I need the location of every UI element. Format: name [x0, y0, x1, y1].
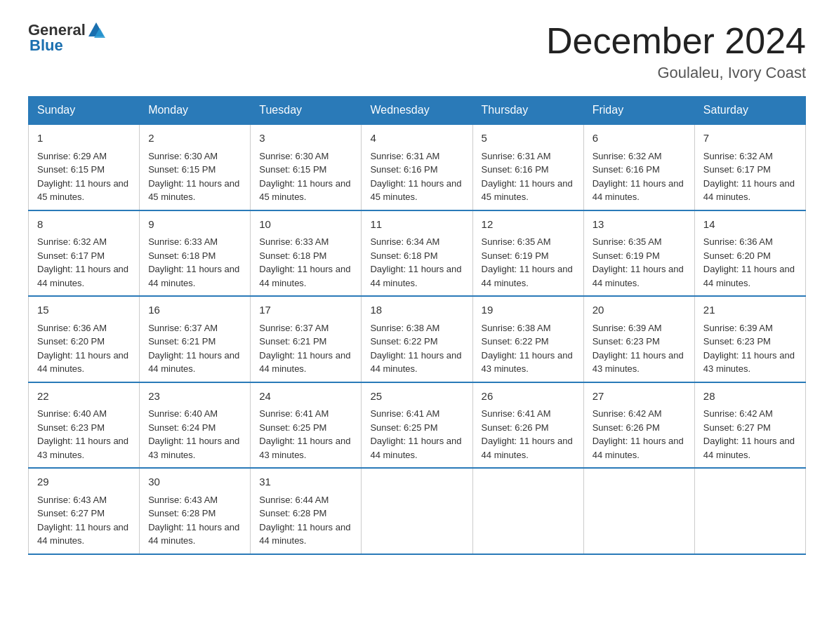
day-number: 25 — [370, 389, 463, 405]
day-info: Sunrise: 6:36 AMSunset: 6:20 PMDaylight:… — [37, 323, 128, 375]
calendar-table: SundayMondayTuesdayWednesdayThursdayFrid… — [28, 96, 806, 555]
title-section: December 2024 Goulaleu, Ivory Coast — [546, 21, 806, 82]
day-number: 12 — [482, 217, 575, 233]
calendar-day-27: 27Sunrise: 6:42 AMSunset: 6:26 PMDayligh… — [583, 382, 694, 469]
location: Goulaleu, Ivory Coast — [546, 64, 806, 82]
day-info: Sunrise: 6:42 AMSunset: 6:27 PMDaylight:… — [703, 408, 795, 460]
calendar-day-17: 17Sunrise: 6:37 AMSunset: 6:21 PMDayligh… — [251, 296, 362, 382]
day-number: 16 — [148, 302, 241, 318]
day-info: Sunrise: 6:32 AMSunset: 6:16 PMDaylight:… — [593, 151, 684, 203]
day-number: 9 — [148, 217, 241, 233]
header-friday: Friday — [583, 97, 694, 125]
day-number: 17 — [259, 302, 352, 318]
calendar-day-26: 26Sunrise: 6:41 AMSunset: 6:26 PMDayligh… — [472, 382, 583, 469]
calendar-day-18: 18Sunrise: 6:38 AMSunset: 6:22 PMDayligh… — [362, 296, 472, 382]
day-info: Sunrise: 6:32 AMSunset: 6:17 PMDaylight:… — [37, 236, 128, 288]
calendar-day-23: 23Sunrise: 6:40 AMSunset: 6:24 PMDayligh… — [140, 382, 251, 469]
day-number: 20 — [593, 302, 686, 318]
day-info: Sunrise: 6:38 AMSunset: 6:22 PMDaylight:… — [482, 323, 573, 375]
day-info: Sunrise: 6:30 AMSunset: 6:15 PMDaylight:… — [259, 151, 350, 203]
header-monday: Monday — [140, 97, 251, 125]
day-number: 7 — [703, 130, 797, 147]
calendar-day-2: 2Sunrise: 6:30 AMSunset: 6:15 PMDaylight… — [140, 124, 251, 210]
calendar-day-20: 20Sunrise: 6:39 AMSunset: 6:23 PMDayligh… — [583, 296, 694, 382]
calendar-day-5: 5Sunrise: 6:31 AMSunset: 6:16 PMDaylight… — [472, 124, 583, 210]
header-saturday: Saturday — [694, 97, 805, 125]
day-info: Sunrise: 6:35 AMSunset: 6:19 PMDaylight:… — [593, 236, 684, 288]
calendar-day-8: 8Sunrise: 6:32 AMSunset: 6:17 PMDaylight… — [29, 210, 140, 297]
month-title: December 2024 — [546, 21, 806, 61]
calendar-week-4: 22Sunrise: 6:40 AMSunset: 6:23 PMDayligh… — [29, 382, 806, 469]
calendar-day-21: 21Sunrise: 6:39 AMSunset: 6:23 PMDayligh… — [694, 296, 805, 382]
calendar-day-9: 9Sunrise: 6:33 AMSunset: 6:18 PMDaylight… — [140, 210, 251, 297]
calendar-day-13: 13Sunrise: 6:35 AMSunset: 6:19 PMDayligh… — [583, 210, 694, 297]
day-number: 22 — [37, 389, 131, 405]
day-info: Sunrise: 6:37 AMSunset: 6:21 PMDaylight:… — [148, 323, 239, 375]
logo: General Blue — [28, 21, 105, 55]
day-info: Sunrise: 6:43 AMSunset: 6:27 PMDaylight:… — [37, 495, 128, 546]
header-tuesday: Tuesday — [251, 97, 362, 125]
calendar-day-empty — [362, 468, 472, 554]
calendar-day-30: 30Sunrise: 6:43 AMSunset: 6:28 PMDayligh… — [140, 468, 251, 554]
day-info: Sunrise: 6:40 AMSunset: 6:23 PMDaylight:… — [37, 408, 128, 460]
day-info: Sunrise: 6:41 AMSunset: 6:25 PMDaylight:… — [370, 408, 461, 460]
calendar-week-5: 29Sunrise: 6:43 AMSunset: 6:27 PMDayligh… — [29, 468, 806, 554]
day-info: Sunrise: 6:33 AMSunset: 6:18 PMDaylight:… — [148, 236, 239, 288]
calendar-day-15: 15Sunrise: 6:36 AMSunset: 6:20 PMDayligh… — [29, 296, 140, 382]
day-number: 30 — [148, 474, 241, 490]
day-info: Sunrise: 6:34 AMSunset: 6:18 PMDaylight:… — [370, 236, 461, 288]
calendar-day-28: 28Sunrise: 6:42 AMSunset: 6:27 PMDayligh… — [694, 382, 805, 469]
calendar-day-19: 19Sunrise: 6:38 AMSunset: 6:22 PMDayligh… — [472, 296, 583, 382]
day-number: 5 — [482, 130, 575, 147]
calendar-day-12: 12Sunrise: 6:35 AMSunset: 6:19 PMDayligh… — [472, 210, 583, 297]
calendar-week-2: 8Sunrise: 6:32 AMSunset: 6:17 PMDaylight… — [29, 210, 806, 297]
day-info: Sunrise: 6:40 AMSunset: 6:24 PMDaylight:… — [148, 408, 239, 460]
calendar-day-empty — [694, 468, 805, 554]
day-number: 15 — [37, 302, 131, 318]
day-number: 3 — [259, 130, 352, 147]
logo-icon — [87, 21, 105, 39]
day-info: Sunrise: 6:29 AMSunset: 6:15 PMDaylight:… — [37, 151, 128, 203]
day-info: Sunrise: 6:35 AMSunset: 6:19 PMDaylight:… — [482, 236, 573, 288]
day-number: 18 — [370, 302, 463, 318]
calendar-day-10: 10Sunrise: 6:33 AMSunset: 6:18 PMDayligh… — [251, 210, 362, 297]
day-number: 24 — [259, 389, 352, 405]
day-number: 8 — [37, 217, 131, 233]
page-header: General Blue December 2024 Goulaleu, Ivo… — [28, 21, 806, 82]
day-number: 29 — [37, 474, 131, 490]
day-number: 23 — [148, 389, 241, 405]
calendar-day-3: 3Sunrise: 6:30 AMSunset: 6:15 PMDaylight… — [251, 124, 362, 210]
calendar-day-4: 4Sunrise: 6:31 AMSunset: 6:16 PMDaylight… — [362, 124, 472, 210]
day-number: 10 — [259, 217, 352, 233]
logo-blue: Blue — [29, 36, 63, 55]
day-number: 28 — [703, 389, 797, 405]
day-info: Sunrise: 6:31 AMSunset: 6:16 PMDaylight:… — [370, 151, 461, 203]
day-info: Sunrise: 6:38 AMSunset: 6:22 PMDaylight:… — [370, 323, 461, 375]
calendar-day-25: 25Sunrise: 6:41 AMSunset: 6:25 PMDayligh… — [362, 382, 472, 469]
calendar-week-3: 15Sunrise: 6:36 AMSunset: 6:20 PMDayligh… — [29, 296, 806, 382]
header-sunday: Sunday — [29, 97, 140, 125]
day-number: 31 — [259, 474, 352, 490]
day-number: 21 — [703, 302, 797, 318]
calendar-day-31: 31Sunrise: 6:44 AMSunset: 6:28 PMDayligh… — [251, 468, 362, 554]
calendar-day-empty — [472, 468, 583, 554]
day-number: 4 — [370, 130, 463, 147]
day-number: 6 — [593, 130, 686, 147]
calendar-day-29: 29Sunrise: 6:43 AMSunset: 6:27 PMDayligh… — [29, 468, 140, 554]
day-info: Sunrise: 6:39 AMSunset: 6:23 PMDaylight:… — [593, 323, 684, 375]
day-info: Sunrise: 6:30 AMSunset: 6:15 PMDaylight:… — [148, 151, 239, 203]
header-thursday: Thursday — [472, 97, 583, 125]
day-info: Sunrise: 6:33 AMSunset: 6:18 PMDaylight:… — [259, 236, 350, 288]
day-number: 14 — [703, 217, 797, 233]
day-info: Sunrise: 6:44 AMSunset: 6:28 PMDaylight:… — [259, 495, 350, 546]
day-number: 2 — [148, 130, 241, 147]
day-number: 27 — [593, 389, 686, 405]
day-info: Sunrise: 6:43 AMSunset: 6:28 PMDaylight:… — [148, 495, 239, 546]
day-info: Sunrise: 6:42 AMSunset: 6:26 PMDaylight:… — [593, 408, 684, 460]
calendar-header-row: SundayMondayTuesdayWednesdayThursdayFrid… — [29, 97, 806, 125]
day-number: 13 — [593, 217, 686, 233]
calendar-day-1: 1Sunrise: 6:29 AMSunset: 6:15 PMDaylight… — [29, 124, 140, 210]
calendar-day-empty — [583, 468, 694, 554]
day-number: 26 — [482, 389, 575, 405]
day-info: Sunrise: 6:39 AMSunset: 6:23 PMDaylight:… — [703, 323, 795, 375]
